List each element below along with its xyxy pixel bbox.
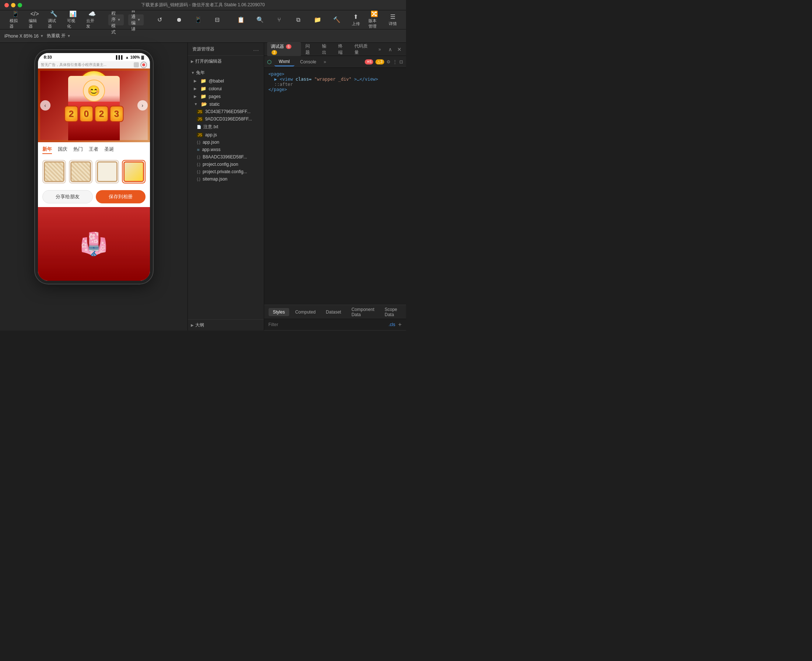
tab-terminal[interactable]: 终端 bbox=[335, 42, 350, 57]
editor-btn[interactable]: </> 编辑器 bbox=[26, 12, 43, 28]
close-btn[interactable]: ✕ bbox=[396, 46, 403, 53]
devtools-toolbar: 调试器 6 3 问题 输出 终端 代码质 bbox=[264, 43, 406, 56]
tab-xinnian[interactable]: 新年 bbox=[42, 145, 52, 154]
tab-shengdan[interactable]: 圣诞 bbox=[104, 145, 114, 154]
file-appjs[interactable]: JS app.js bbox=[188, 131, 263, 139]
component-data-tab[interactable]: Component Data bbox=[347, 305, 379, 319]
root-folder-header[interactable]: ▼ 兔年 bbox=[188, 69, 263, 77]
file-projectprivate[interactable]: {.} project.private.config... bbox=[188, 168, 263, 176]
details-btn[interactable]: ☰ 详情 bbox=[384, 12, 402, 28]
search-btn[interactable]: 🔍 bbox=[251, 12, 269, 28]
version-btn[interactable]: 🔀 版本管理 bbox=[365, 12, 383, 28]
cloud-btn[interactable]: ☁️ 云开发 bbox=[83, 12, 101, 28]
computed-tab[interactable]: Computed bbox=[291, 308, 320, 316]
year-display: 2 0 2 3 bbox=[64, 106, 123, 122]
tab-issues[interactable]: 问题 bbox=[302, 42, 317, 57]
folder-colorui[interactable]: ▶ 📁 colorui bbox=[188, 85, 263, 93]
code-icon: </> bbox=[30, 11, 39, 17]
file-projectconfig[interactable]: {.} project.config.json bbox=[188, 161, 263, 168]
stop-btn[interactable]: ⏺ bbox=[170, 12, 188, 28]
cloud-icon: ☁️ bbox=[88, 10, 96, 17]
minimize-button[interactable] bbox=[11, 3, 16, 7]
frame-item-1[interactable] bbox=[42, 160, 66, 184]
filetree-header: 资源管理器 ... bbox=[188, 43, 263, 56]
file-appjson[interactable]: {.} app.json bbox=[188, 139, 263, 146]
inspect-icon[interactable]: ⬡ bbox=[267, 59, 271, 65]
hot-reload-toggle[interactable]: 热重载 开 ▼ bbox=[47, 33, 71, 39]
tab-guoqing[interactable]: 国庆 bbox=[58, 145, 67, 154]
file-b8aadc[interactable]: {.} B8AADC3396ED58F... bbox=[188, 153, 263, 161]
git-icon: ⑂ bbox=[278, 17, 281, 23]
tab-output[interactable]: 输出 bbox=[318, 42, 334, 57]
folder-babel[interactable]: ▶ 📁 @babel bbox=[188, 77, 263, 85]
upload-btn[interactable]: ⬆ 上传 bbox=[347, 12, 365, 28]
carousel-next-btn[interactable]: › bbox=[137, 100, 148, 110]
outline-header[interactable]: ▶ 大纲 bbox=[188, 320, 263, 330]
styles-tab[interactable]: Styles bbox=[269, 308, 290, 316]
visualize-btn[interactable]: 📊 可视化 bbox=[64, 12, 82, 28]
chevron-down-icon: ▼ bbox=[117, 18, 121, 22]
folder-pages[interactable]: ▶ 📁 pages bbox=[188, 93, 263, 100]
scope-data-tab[interactable]: Scope Data bbox=[380, 305, 402, 319]
split-btn[interactable]: ⊟ bbox=[209, 12, 226, 28]
compile-btn[interactable]: ↺ bbox=[151, 12, 169, 28]
carousel-prev-btn[interactable]: ‹ bbox=[40, 100, 51, 110]
maximize-button[interactable] bbox=[18, 3, 22, 7]
settings-btn[interactable]: ⚙ bbox=[386, 59, 391, 64]
folder-icon: 📁 bbox=[200, 78, 206, 84]
tab-hottest[interactable]: 热门 bbox=[73, 145, 83, 154]
filter-input[interactable] bbox=[269, 322, 386, 327]
more2-btn[interactable]: 🔨 bbox=[328, 12, 346, 28]
error-count-badge: ✕ 6 bbox=[365, 59, 373, 64]
inspector-icon-area: ⬡ bbox=[267, 59, 271, 65]
file-sitemap[interactable]: {.} sitemap.json bbox=[188, 176, 263, 183]
year-digit-0: 0 bbox=[79, 106, 93, 122]
device-selector[interactable]: iPhone X 85% 16 ▼ bbox=[5, 34, 44, 39]
tab-console[interactable]: Console bbox=[296, 58, 321, 66]
tab-wangzhe[interactable]: 王者 bbox=[89, 145, 98, 154]
dock-btn[interactable]: ⊡ bbox=[399, 59, 403, 64]
menu-btn[interactable]: ⋮ bbox=[393, 59, 397, 64]
collapse-btn[interactable]: ∧ bbox=[387, 46, 394, 53]
close-button[interactable] bbox=[5, 3, 9, 7]
frame-item-3[interactable] bbox=[96, 160, 119, 184]
open-editors-header[interactable]: ▶ 打开的编辑器 bbox=[188, 57, 263, 65]
phone-frame-btn[interactable]: 📱 bbox=[189, 12, 207, 28]
file-appwxss[interactable]: ≋ app.wxss bbox=[188, 146, 263, 153]
tab-wxml[interactable]: Wxml bbox=[274, 57, 294, 66]
more-icon: 🔨 bbox=[333, 16, 340, 23]
simulator-btn[interactable]: 📱 模拟器 bbox=[6, 12, 24, 28]
add-rule-btn[interactable]: + bbox=[398, 321, 402, 328]
save-album-btn[interactable]: 保存到相册 bbox=[96, 190, 145, 203]
file-9ad3c[interactable]: JS 9AD3CD3196ED58FF... bbox=[188, 115, 263, 123]
more-code-tabs-btn[interactable]: » bbox=[322, 58, 328, 66]
git-btn[interactable]: ⑂ bbox=[270, 12, 288, 28]
notify-btn[interactable]: 🔔 消息 bbox=[402, 12, 406, 28]
compile-mode-dropdown[interactable]: 普通编译 ▼ bbox=[128, 14, 144, 26]
extensions-btn[interactable]: ⧉ bbox=[290, 12, 307, 28]
frame-item-2[interactable] bbox=[69, 160, 93, 184]
debugger-btn[interactable]: 🔧 调试器 bbox=[45, 12, 63, 28]
folder-icon: 📁 bbox=[200, 94, 206, 99]
inspector-filter-bar: .cls + bbox=[264, 319, 406, 330]
tab-debugger[interactable]: 调试器 6 3 bbox=[267, 42, 302, 56]
folder-btn[interactable]: 📁 bbox=[309, 12, 326, 28]
json-file-icon: {.} bbox=[197, 177, 200, 181]
share-btn[interactable]: 分享给朋友 bbox=[42, 190, 93, 203]
cls-button[interactable]: .cls bbox=[389, 322, 395, 327]
file-zhuyi[interactable]: 📄 注意.txt bbox=[188, 123, 263, 131]
device-icon: 📱 bbox=[195, 16, 202, 23]
filetree-menu-btn[interactable]: ... bbox=[253, 46, 259, 52]
file-3c043[interactable]: JS 3C043E7796ED58FF... bbox=[188, 108, 263, 115]
error-badge: 6 bbox=[286, 44, 292, 49]
filetree-open-editors: ▶ 打开的编辑器 bbox=[188, 56, 263, 67]
tab-code-quality[interactable]: 代码质量 bbox=[351, 42, 375, 57]
ad-menu-icon bbox=[134, 62, 139, 67]
window-title: 下载更多源码_锦鲤源码 - 微信开发者工具 Stable 1.06.220907… bbox=[141, 2, 265, 8]
more-tabs-btn[interactable]: » bbox=[375, 45, 384, 53]
files-btn[interactable]: 📋 bbox=[232, 12, 250, 28]
folder-static[interactable]: ▼ 📂 static bbox=[188, 100, 263, 108]
mini-mode-dropdown[interactable]: 小程序模式 ▼ bbox=[108, 14, 124, 26]
dataset-tab[interactable]: Dataset bbox=[322, 308, 346, 316]
frame-item-4[interactable] bbox=[122, 160, 145, 184]
